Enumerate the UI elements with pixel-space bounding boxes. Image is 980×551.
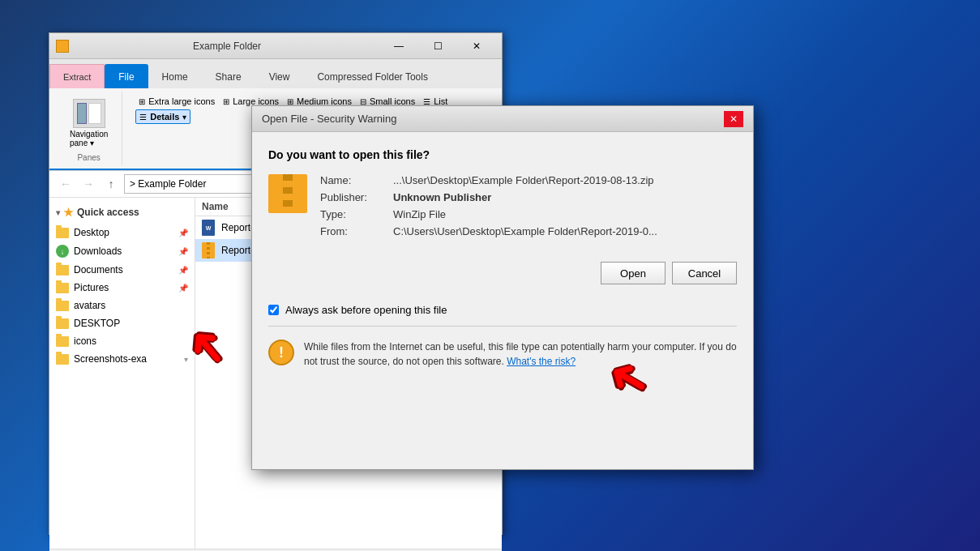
- avatars-folder-icon: [56, 301, 69, 311]
- tab-file[interactable]: File: [105, 64, 148, 88]
- quick-access-header[interactable]: ▾ ★ Quick access: [49, 201, 195, 224]
- sidebar-item-documents[interactable]: Documents 📌: [49, 261, 195, 279]
- title-bar: Example Folder — ☐ ✕: [49, 33, 502, 59]
- type-label: Type:: [320, 208, 393, 220]
- desktop-pin-icon: 📌: [178, 229, 188, 237]
- tab-file-label: File: [118, 71, 134, 83]
- nav-pane-label: Navigationpane ▾: [70, 130, 108, 147]
- type-value: WinZip File: [393, 208, 446, 220]
- screenshots-label: Screenshots-exa: [74, 353, 147, 365]
- dialog-question: Do you want to open this file?: [268, 148, 737, 161]
- field-name: Name: ...\User\Desktop\Example Folder\Re…: [320, 174, 737, 186]
- field-type: Type: WinZip File: [320, 208, 737, 220]
- name-value: ...\User\Desktop\Example Folder\Report-2…: [393, 174, 654, 186]
- sidebar-item-icons[interactable]: icons: [49, 332, 195, 350]
- ribbon-group-panes: Navigationpane ▾ Panes: [56, 92, 122, 165]
- sidebar-item-downloads[interactable]: ↓ Downloads 📌: [49, 241, 195, 261]
- tab-compressed-label: Compressed Folder Tools: [317, 71, 428, 83]
- sidebar-item-desktop2[interactable]: DESKTOP: [49, 314, 195, 332]
- close-button[interactable]: ✕: [458, 36, 495, 57]
- cancel-button[interactable]: Cancel: [672, 262, 737, 284]
- pictures-label: Pictures: [74, 282, 109, 293]
- nav-pane-button[interactable]: Navigationpane ▾: [62, 95, 115, 152]
- ribbon-tabs: Extract File Home Share View Compressed …: [49, 59, 502, 88]
- quick-access-toggle: ▾: [56, 208, 60, 217]
- field-from: From: C:\Users\User\Desktop\Example Fold…: [320, 225, 737, 237]
- from-value: C:\Users\User\Desktop\Example Folder\Rep…: [393, 225, 657, 237]
- zip-icon: [202, 242, 215, 258]
- name-column-header: Name: [202, 201, 229, 212]
- screenshots-folder-icon: [56, 354, 69, 365]
- downloads-label: Downloads: [74, 246, 122, 257]
- desktop-folder-icon: [56, 228, 69, 238]
- sidebar-item-pictures[interactable]: Pictures 📌: [49, 279, 195, 297]
- dialog-title-bar: Open File - Security Warning ✕: [252, 106, 753, 132]
- downloads-icon: ↓: [56, 245, 69, 258]
- nav-pane-icon: [73, 99, 105, 128]
- scroll-down-indicator: ▾: [184, 355, 188, 364]
- quick-access-star-icon: ★: [63, 206, 74, 219]
- documents-folder-icon: [56, 265, 69, 276]
- details-btn[interactable]: ☰ Details ▾: [135, 109, 190, 124]
- from-label: From:: [320, 225, 393, 237]
- tab-view-label: View: [269, 71, 290, 83]
- tab-compressed-folder-tools[interactable]: Compressed Folder Tools: [303, 64, 442, 88]
- docx-icon: W: [202, 220, 215, 236]
- dialog-warning: ! While files from the Internet can be u…: [268, 333, 737, 375]
- dialog-divider: [268, 326, 737, 327]
- minimize-button[interactable]: —: [380, 36, 417, 57]
- address-text: > Example Folder: [130, 178, 206, 190]
- tab-home-label: Home: [162, 71, 188, 83]
- tab-extract-label: Extract: [63, 72, 91, 82]
- title-bar-icon: [56, 40, 69, 53]
- publisher-value: Unknown Publisher: [393, 191, 491, 203]
- extra-large-icons-btn[interactable]: ⊞ Extra large icons: [135, 95, 218, 108]
- up-button[interactable]: ↑: [101, 174, 121, 194]
- warning-text: While files from the Internet can be use…: [304, 340, 737, 369]
- sidebar: ▾ ★ Quick access Desktop 📌 ↓ Downloads 📌…: [49, 198, 195, 549]
- back-button[interactable]: ←: [56, 174, 75, 194]
- documents-pin-icon: 📌: [178, 266, 188, 275]
- dialog-info-row: Name: ...\User\Desktop\Example Folder\Re…: [268, 174, 737, 242]
- pictures-pin-icon: 📌: [178, 284, 188, 293]
- security-dialog: Open File - Security Warning ✕ Do you wa…: [251, 105, 754, 470]
- always-ask-label: Always ask before opening this file: [285, 304, 447, 316]
- publisher-label: Publisher:: [320, 191, 393, 203]
- panes-label: Panes: [62, 153, 115, 162]
- maximize-button[interactable]: ☐: [419, 36, 456, 57]
- quick-access-label: Quick access: [77, 207, 139, 218]
- documents-label: Documents: [74, 264, 123, 276]
- dialog-title: Open File - Security Warning: [262, 113, 724, 125]
- sidebar-item-desktop[interactable]: Desktop 📌: [49, 224, 195, 241]
- tab-extract[interactable]: Extract: [49, 64, 105, 88]
- dialog-body: Do you want to open this file? Name: ...…: [252, 132, 753, 391]
- forward-button[interactable]: →: [79, 174, 98, 194]
- dialog-buttons: Open Cancel: [268, 255, 737, 291]
- desktop2-label: DESKTOP: [74, 318, 120, 329]
- desktop-label: Desktop: [74, 227, 109, 238]
- sidebar-item-avatars[interactable]: avatars: [49, 297, 195, 314]
- name-label: Name:: [320, 174, 393, 186]
- dialog-file-icon: [268, 174, 307, 213]
- tab-share[interactable]: Share: [202, 64, 255, 88]
- dialog-close-button[interactable]: ✕: [724, 111, 743, 127]
- title-bar-buttons: — ☐ ✕: [380, 36, 495, 57]
- avatars-label: avatars: [74, 300, 105, 311]
- tab-share-label: Share: [216, 71, 242, 83]
- downloads-pin-icon: 📌: [178, 247, 188, 256]
- always-ask-checkbox[interactable]: [268, 305, 279, 315]
- tab-home[interactable]: Home: [148, 64, 202, 88]
- explorer-title: Example Folder: [74, 41, 380, 52]
- icons-folder-icon: [56, 336, 69, 347]
- tab-view[interactable]: View: [255, 64, 304, 88]
- sidebar-item-screenshots[interactable]: Screenshots-exa ▾: [49, 350, 195, 368]
- checkbox-row: Always ask before opening this file: [268, 304, 737, 316]
- open-button[interactable]: Open: [601, 262, 665, 284]
- field-publisher: Publisher: Unknown Publisher: [320, 191, 737, 203]
- icons-label: icons: [74, 335, 96, 347]
- whats-the-risk-link[interactable]: What's the risk?: [507, 356, 576, 367]
- pictures-folder-icon: [56, 283, 69, 293]
- warning-icon: !: [268, 340, 294, 365]
- dialog-fields: Name: ...\User\Desktop\Example Folder\Re…: [320, 174, 737, 242]
- desktop2-folder-icon: [56, 318, 69, 329]
